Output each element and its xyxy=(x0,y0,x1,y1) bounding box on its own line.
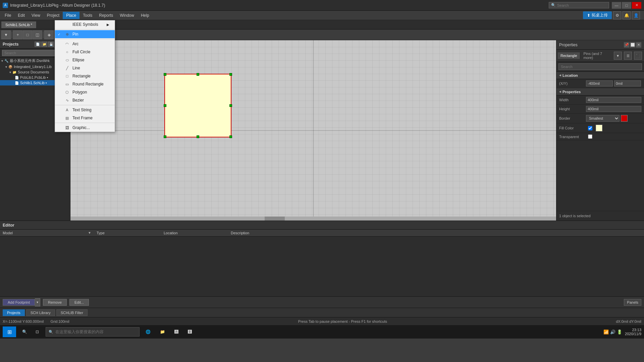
prop-search-input[interactable] xyxy=(558,63,642,70)
add-footprint-button[interactable]: Add Footprint xyxy=(3,299,35,306)
height-input[interactable] xyxy=(586,106,641,112)
menu-view[interactable]: View xyxy=(28,12,44,19)
location-section-header[interactable]: ◂ Location xyxy=(556,72,644,79)
handle-bot-mid[interactable] xyxy=(197,135,199,138)
canvas-scrollbar[interactable] xyxy=(70,217,556,221)
menu-polygon[interactable]: ⬡ Polygon xyxy=(55,88,115,96)
handle-top-mid[interactable] xyxy=(197,73,199,76)
add-footprint-arrow[interactable]: ▾ xyxy=(35,298,40,306)
menu-bezier[interactable]: ∿ Bezier xyxy=(55,96,115,104)
remove-button[interactable]: Remove xyxy=(43,299,67,306)
schematic-component[interactable] xyxy=(164,74,231,137)
bottom-tab-schlib-filter[interactable]: SCHLIB Filter xyxy=(56,309,88,316)
prop-float-btn[interactable]: ⬜ xyxy=(630,42,635,48)
menu-help[interactable]: Help xyxy=(138,12,153,19)
prop-expand-btn[interactable]: ⬛ xyxy=(634,52,642,60)
handle-bot-right[interactable] xyxy=(229,135,232,138)
location-x-input[interactable] xyxy=(586,80,613,86)
menu-reports[interactable]: Reports xyxy=(96,12,116,19)
location-y-input[interactable] xyxy=(614,80,641,86)
menu-round-rectangle[interactable]: ▭ Round Rectangle xyxy=(55,80,115,88)
menu-window[interactable]: Window xyxy=(116,12,138,19)
start-button[interactable]: ⊞ xyxy=(3,326,16,337)
canvas-area[interactable] xyxy=(70,40,556,221)
user-icon[interactable]: 👤 xyxy=(632,11,640,19)
transparent-checkbox[interactable] xyxy=(588,134,592,139)
prop-search-box xyxy=(556,62,644,72)
col-model-filter[interactable]: ▼ xyxy=(88,231,91,235)
border-select[interactable]: Smallest Small Medium Large xyxy=(586,115,620,122)
bottom-tab-projects[interactable]: Projects xyxy=(3,309,25,316)
prop-tab-pins[interactable]: Pins (and 7 more) xyxy=(581,50,612,61)
menu-arc[interactable]: ◠ Arc xyxy=(55,40,115,48)
menu-ieee-symbols[interactable]: IEEE Symbols ▶ xyxy=(55,20,115,28)
properties-title: Properties xyxy=(559,43,578,47)
prop-view-btn[interactable]: ☰ xyxy=(624,52,632,60)
wire-tool[interactable]: ◈ xyxy=(44,31,54,39)
bottom-tab-sch-library[interactable]: SCH Library xyxy=(26,309,55,316)
maximize-button[interactable]: □ xyxy=(622,2,631,9)
taskbar-task-view[interactable]: ⊡ xyxy=(32,326,43,337)
titlebar-search[interactable]: 🔍 xyxy=(549,2,609,8)
edit-button[interactable]: Edit... xyxy=(69,299,89,306)
ellipse-icon: ⬭ xyxy=(64,58,70,62)
rect-tool[interactable]: □ xyxy=(23,31,32,39)
fill-color-checkbox[interactable] xyxy=(588,126,592,130)
menu-graphic[interactable]: 🖼 Graphic... xyxy=(55,124,115,132)
upload-button[interactable]: ⬆拓桌上传 xyxy=(583,11,612,19)
handle-bot-left[interactable] xyxy=(164,135,166,138)
minimize-button[interactable]: — xyxy=(612,2,621,9)
prop-tab-rectangle[interactable]: Rectangle xyxy=(558,52,580,59)
menu-place[interactable]: Place xyxy=(63,12,79,19)
prop-pin-btn[interactable]: 📌 xyxy=(624,42,629,48)
settings-icon[interactable]: ⚙ xyxy=(613,11,621,19)
taskbar-search-btn[interactable]: 🔍 xyxy=(19,326,30,337)
width-row: Width xyxy=(556,96,644,105)
width-input[interactable] xyxy=(586,97,641,103)
panel-open-btn[interactable]: 📁 xyxy=(41,42,47,47)
edge-btn[interactable]: 🌐 xyxy=(142,326,154,337)
polygon-icon: ⬡ xyxy=(64,90,70,95)
wifi-icon: 📶 xyxy=(603,329,609,335)
panel-save-btn[interactable]: 💾 xyxy=(48,42,54,47)
handle-mid-right[interactable] xyxy=(229,104,232,107)
filter-tool[interactable]: ▼ xyxy=(1,31,11,39)
menu-edit[interactable]: Edit xyxy=(14,12,28,19)
separator-1 xyxy=(12,32,12,38)
handle-top-right[interactable] xyxy=(229,73,232,76)
canvas-scrollbar-thumb[interactable] xyxy=(265,217,285,221)
file-explorer-btn[interactable]: 📁 xyxy=(157,326,168,337)
panels-button[interactable]: Panels xyxy=(624,299,641,306)
menu-full-circle[interactable]: ○ Full Circle xyxy=(55,48,115,56)
menu-text-string[interactable]: A Text String xyxy=(55,106,115,114)
taskbar-search-input[interactable] xyxy=(55,329,122,334)
properties-section-header[interactable]: ◂ Properties xyxy=(556,88,644,96)
panel-new-btn[interactable]: 📄 xyxy=(35,42,41,47)
app1-btn[interactable]: 🅰 xyxy=(171,326,182,337)
menu-file[interactable]: File xyxy=(1,12,14,19)
app2-btn[interactable]: 🅱 xyxy=(184,326,195,337)
prop-close-btn[interactable]: ✕ xyxy=(636,42,641,48)
editor-header: Editor xyxy=(0,221,644,230)
taskbar-icons: 📶 🔊 🔋 xyxy=(603,329,622,335)
prop-filter-btn[interactable]: ▼ xyxy=(614,52,622,60)
border-color-swatch[interactable] xyxy=(621,115,628,122)
menu-line[interactable]: ╱ Line xyxy=(55,64,115,72)
menu-tools[interactable]: Tools xyxy=(79,12,96,19)
add-tool[interactable]: + xyxy=(13,31,22,39)
notification-icon[interactable]: 🔔 xyxy=(623,11,631,19)
round-rect-icon: ▭ xyxy=(64,82,70,86)
fill-color-swatch[interactable] xyxy=(596,125,602,131)
handle-mid-left[interactable] xyxy=(164,104,166,107)
menu-project[interactable]: Project xyxy=(44,12,63,19)
col-type: Type xyxy=(94,230,161,237)
tab-schlib[interactable]: Schlib1.SchLib * xyxy=(1,21,37,28)
close-button[interactable]: ✕ xyxy=(632,2,641,9)
menu-ellipse[interactable]: ⬭ Ellipse xyxy=(55,56,115,64)
handle-top-left[interactable] xyxy=(164,73,166,76)
titlebar-search-input[interactable] xyxy=(557,3,601,7)
select-tool[interactable]: ◫ xyxy=(33,31,42,39)
menu-pin[interactable]: ✓ ⊕ Pin xyxy=(55,30,115,38)
menu-rectangle[interactable]: □ Rectangle xyxy=(55,72,115,80)
menu-text-frame[interactable]: ▤ Text Frame xyxy=(55,114,115,122)
